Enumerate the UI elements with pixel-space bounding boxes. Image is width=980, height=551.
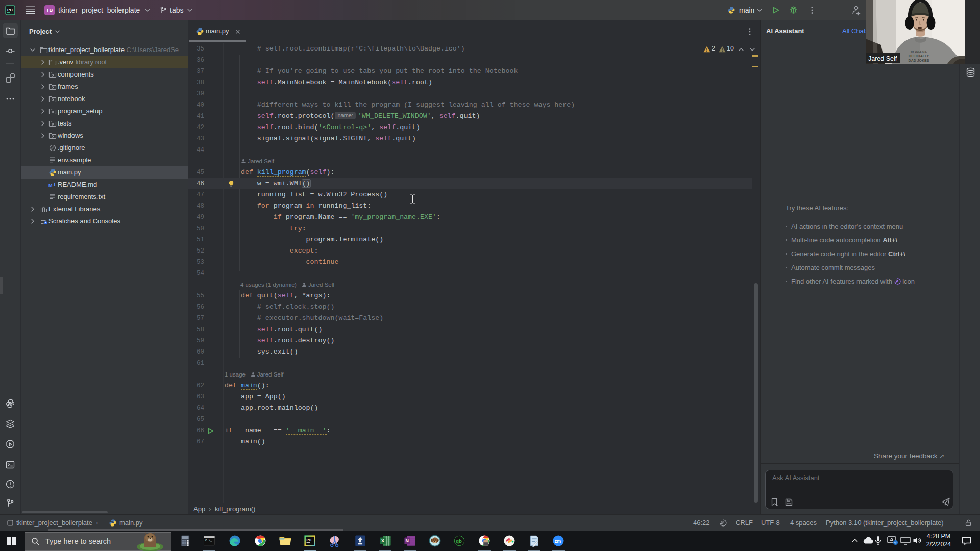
svg-text:C:\_: C:\_: [205, 539, 212, 542]
svg-text:PC: PC: [7, 8, 13, 12]
svg-text:OFFICIALLY: OFFICIALLY: [909, 54, 929, 58]
svg-text:X: X: [381, 538, 384, 543]
svg-text:M: M: [48, 183, 53, 188]
svg-text:DAD JOKES: DAD JOKES: [909, 59, 929, 62]
svg-text:qb: qb: [456, 538, 462, 544]
svg-text:N: N: [405, 538, 408, 543]
svg-text:PC: PC: [307, 538, 312, 542]
svg-text:Jared Self: Jared Self: [868, 55, 897, 62]
svg-text:zm: zm: [555, 539, 561, 544]
svg-text:MY VIBES ARE: MY VIBES ARE: [911, 51, 927, 53]
